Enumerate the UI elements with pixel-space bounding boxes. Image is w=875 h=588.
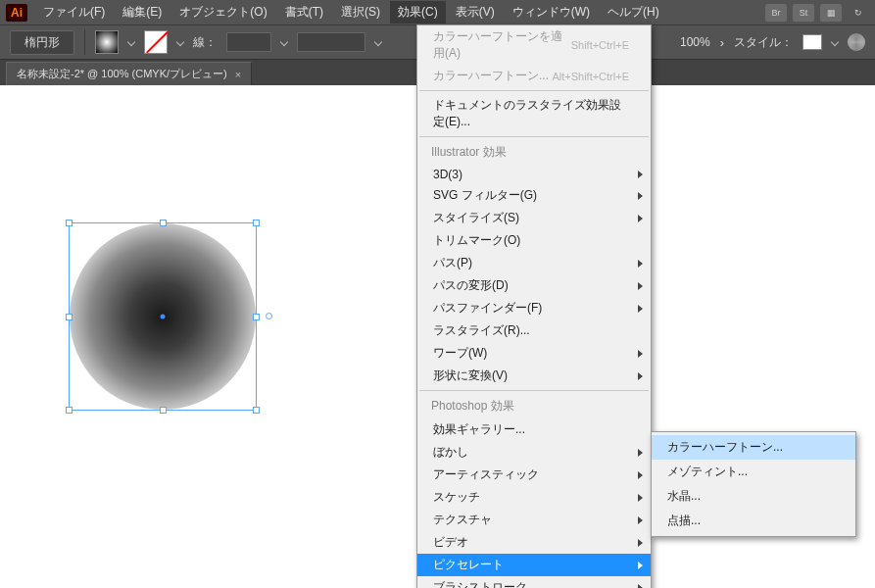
stroke-label: 線：	[193, 34, 217, 51]
menu-type[interactable]: 書式(T)	[277, 1, 331, 24]
menu-object[interactable]: オブジェクト(O)	[171, 1, 274, 24]
stroke-dropdown-icon[interactable]	[176, 38, 184, 46]
menu-select[interactable]: 選択(S)	[333, 1, 388, 24]
menu-sketch[interactable]: スケッチ	[417, 486, 651, 509]
pixelate-submenu: カラーハーフトーン... メゾティント... 水晶... 点描...	[651, 431, 856, 537]
menu-artistic[interactable]: アーティスティック	[417, 464, 651, 486]
menu-help[interactable]: ヘルプ(H)	[600, 1, 667, 24]
stroke-profile-input[interactable]	[297, 32, 365, 52]
handle-br[interactable]	[253, 407, 260, 414]
center-point[interactable]	[161, 315, 166, 319]
menu-window[interactable]: ウィンドウ(W)	[505, 1, 598, 24]
app-logo: Ai	[6, 4, 27, 22]
sync-icon[interactable]: ↻	[848, 4, 869, 22]
menu-path[interactable]: パス(P)	[417, 252, 651, 274]
handle-ml[interactable]	[66, 314, 73, 320]
tab-title: 名称未設定-2* @ 100% (CMYK/プレビュー)	[17, 67, 227, 81]
menu-convert-shape[interactable]: 形状に変換(V)	[417, 365, 651, 387]
close-icon[interactable]: ×	[235, 69, 241, 80]
opacity-value[interactable]: 100%	[680, 35, 710, 49]
recolor-icon[interactable]	[848, 33, 865, 51]
bridge-icon[interactable]: Br	[765, 4, 787, 22]
menu-apply-last: カラーハーフトーンを適用(A)Shift+Ctrl+E	[417, 25, 651, 65]
menu-rasterize-settings[interactable]: ドキュメントのラスタライズ効果設定(E)...	[417, 94, 651, 133]
menu-stylize[interactable]: スタイライズ(S)	[417, 207, 651, 229]
pie-handle[interactable]	[266, 313, 272, 319]
menu-blur[interactable]: ぼかし	[417, 441, 651, 464]
submenu-color-halftone[interactable]: カラーハーフトーン...	[652, 435, 855, 460]
handle-tr[interactable]	[253, 220, 260, 226]
submenu-mezzotint[interactable]: メゾティント...	[652, 460, 855, 484]
opacity-chevron-icon[interactable]: ›	[720, 35, 724, 50]
fill-dropdown-icon[interactable]	[127, 38, 135, 46]
menu-texture[interactable]: テクスチャ	[417, 509, 651, 531]
stroke-swatch[interactable]	[144, 30, 168, 54]
workspace-icon[interactable]: ▦	[820, 4, 842, 22]
menu-warp[interactable]: ワープ(W)	[417, 342, 651, 365]
submenu-pointillize[interactable]: 点描...	[652, 509, 855, 533]
handle-tm[interactable]	[160, 220, 167, 226]
menu-effect[interactable]: 効果(C)	[390, 1, 446, 24]
menubar: Ai ファイル(F) 編集(E) オブジェクト(O) 書式(T) 選択(S) 効…	[0, 0, 875, 24]
stock-icon[interactable]: St	[793, 4, 814, 22]
menu-file[interactable]: ファイル(F)	[35, 1, 113, 24]
menu-edit[interactable]: 編集(E)	[115, 1, 170, 24]
menu-view[interactable]: 表示(V)	[448, 1, 503, 24]
handle-bl[interactable]	[66, 407, 73, 414]
handle-mr[interactable]	[253, 314, 260, 320]
menu-video[interactable]: ビデオ	[417, 531, 651, 554]
fill-swatch[interactable]	[95, 30, 119, 54]
handle-bm[interactable]	[160, 407, 167, 414]
menu-distort[interactable]: パスの変形(D)	[417, 274, 651, 297]
menu-pathfinder[interactable]: パスファインダー(F)	[417, 297, 651, 319]
menu-pixelate[interactable]: ピクセレート	[417, 554, 651, 576]
style-swatch[interactable]	[802, 34, 822, 50]
header-illustrator: Illustrator 効果	[417, 140, 651, 165]
menu-last-effect: カラーハーフトーン...Alt+Shift+Ctrl+E	[417, 65, 651, 87]
handle-tl[interactable]	[66, 220, 73, 226]
document-tab[interactable]: 名称未設定-2* @ 100% (CMYK/プレビュー) ×	[6, 62, 252, 85]
menu-3d[interactable]: 3D(3)	[417, 165, 651, 184]
submenu-crystallize[interactable]: 水晶...	[652, 484, 855, 509]
style-label: スタイル：	[734, 34, 793, 51]
menu-brush-stroke[interactable]: ブラシストローク	[417, 576, 651, 588]
stroke-weight-input[interactable]	[226, 32, 271, 52]
selection-bounds[interactable]	[69, 222, 257, 411]
effect-dropdown: カラーハーフトーンを適用(A)Shift+Ctrl+E カラーハーフトーン...…	[416, 24, 652, 588]
menu-svg-filter[interactable]: SVG フィルター(G)	[417, 184, 651, 207]
menu-effect-gallery[interactable]: 効果ギャラリー...	[417, 418, 651, 441]
shape-label: 楕円形	[10, 30, 74, 55]
menu-trim-marks[interactable]: トリムマーク(O)	[417, 229, 651, 252]
menu-rasterize[interactable]: ラスタライズ(R)...	[417, 319, 651, 342]
header-photoshop: Photoshop 効果	[417, 394, 651, 418]
